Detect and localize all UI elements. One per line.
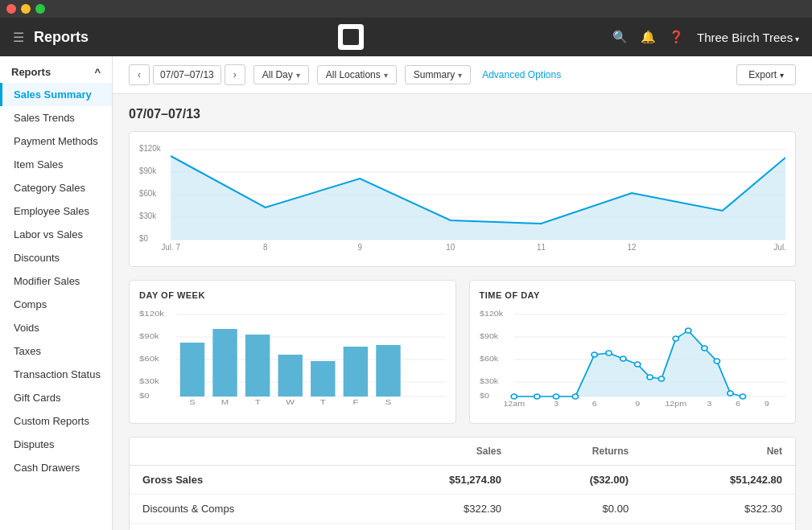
svg-text:9: 9 (764, 400, 769, 408)
table-row: Net Sales $50,952.50 ($0.00) $50,920.50 (130, 524, 795, 531)
svg-point-58 (605, 351, 611, 355)
svg-rect-33 (344, 347, 368, 396)
traffic-light-yellow[interactable] (21, 4, 31, 14)
svg-text:W: W (286, 398, 295, 406)
sidebar-item-transaction-status[interactable]: Transaction Status (0, 363, 112, 386)
sidebar-item-voids[interactable]: Voids (0, 316, 112, 339)
next-date-button[interactable]: › (225, 64, 245, 85)
svg-text:$90k: $90k (139, 166, 156, 175)
svg-text:3: 3 (554, 400, 559, 408)
sidebar: Reports ^ Sales Summary Sales Trends Pay… (0, 56, 113, 530)
sidebar-header-label: Reports (11, 66, 51, 78)
sidebar-item-labor-vs-sales[interactable]: Labor vs Sales (0, 223, 112, 246)
svg-text:$30k: $30k (480, 377, 498, 385)
svg-point-55 (553, 394, 559, 399)
svg-point-66 (714, 359, 719, 364)
bell-icon[interactable]: 🔔 (641, 30, 656, 44)
title-bar (0, 0, 812, 18)
svg-text:T: T (320, 398, 327, 406)
row-net: $322.30 (641, 495, 795, 524)
main-content: ‹ 07/07–07/13 › All Day All Locations Su… (113, 56, 812, 530)
sidebar-item-employee-sales[interactable]: Employee Sales (0, 199, 112, 223)
location-filter-dropdown[interactable]: All Locations (317, 65, 397, 84)
sidebar-item-payment-methods[interactable]: Payment Methods (0, 129, 112, 153)
search-icon[interactable]: 🔍 (612, 30, 628, 44)
svg-text:12am: 12am (503, 400, 525, 408)
svg-point-60 (634, 362, 640, 367)
svg-text:$90k: $90k (139, 332, 160, 340)
svg-point-62 (658, 376, 664, 381)
svg-text:S: S (385, 398, 392, 406)
svg-text:F: F (352, 398, 358, 406)
time-filter-dropdown[interactable]: All Day (253, 65, 309, 84)
sidebar-item-gift-cards[interactable]: Gift Cards (0, 386, 112, 409)
traffic-light-green[interactable] (35, 4, 45, 14)
svg-point-57 (591, 352, 597, 357)
svg-rect-30 (245, 335, 270, 396)
svg-rect-31 (278, 355, 302, 396)
svg-text:Jul. 7: Jul. 7 (161, 243, 179, 252)
export-button[interactable]: Export (736, 64, 796, 85)
col-header-net: Net (641, 438, 795, 466)
svg-text:$120k: $120k (139, 144, 161, 153)
tod-chart-label: TIME OF DAY (480, 290, 786, 300)
sidebar-item-disputes[interactable]: Disputes (0, 433, 112, 456)
svg-text:12pm: 12pm (665, 400, 686, 408)
svg-point-64 (685, 328, 690, 333)
traffic-light-red[interactable] (6, 4, 16, 14)
svg-text:S: S (189, 398, 196, 406)
menu-icon[interactable]: ☰ (13, 30, 24, 45)
row-sales: $50,952.50 (361, 524, 514, 531)
sidebar-item-sales-summary[interactable]: Sales Summary (0, 83, 112, 106)
tod-chart-svg: $120k $90k $60k $30k $0 (480, 306, 786, 411)
col-header-returns: Returns (514, 438, 641, 466)
svg-text:8: 8 (263, 243, 268, 252)
sidebar-item-cash-drawers[interactable]: Cash Drawers (0, 456, 112, 479)
svg-text:$30k: $30k (139, 212, 156, 220)
sidebar-item-item-sales[interactable]: Item Sales (0, 153, 112, 176)
help-icon[interactable]: ❓ (669, 30, 684, 44)
advanced-options-link[interactable]: Advanced Options (482, 69, 561, 80)
dow-chart: DAY OF WEEK $120k $90k $60k $30k $0 (129, 280, 456, 424)
toolbar: ‹ 07/07–07/13 › All Day All Locations Su… (113, 56, 812, 94)
row-returns: ($32.00) (514, 466, 641, 495)
svg-text:$30k: $30k (139, 377, 160, 385)
sidebar-item-taxes[interactable]: Taxes (0, 339, 112, 363)
square-logo (338, 24, 364, 50)
svg-text:$120k: $120k (139, 310, 165, 318)
date-heading: 07/07–07/13 (129, 107, 796, 121)
svg-text:12: 12 (628, 243, 637, 252)
svg-point-67 (727, 391, 732, 396)
dow-chart-svg: $120k $90k $60k $30k $0 (139, 306, 446, 411)
col-header-label (130, 438, 361, 466)
row-label: Gross Sales (130, 466, 361, 495)
sidebar-item-sales-trends[interactable]: Sales Trends (0, 106, 112, 129)
table-row: Gross Sales $51,274.80 ($32.00) $51,242.… (130, 466, 795, 495)
row-label: Net Sales (130, 524, 361, 531)
svg-text:M: M (221, 398, 229, 406)
account-name[interactable]: Three Birch Trees (697, 31, 799, 44)
prev-date-button[interactable]: ‹ (129, 64, 150, 85)
sidebar-item-custom-reports[interactable]: Custom Reports (0, 409, 112, 433)
svg-text:$0: $0 (139, 234, 148, 243)
svg-text:$120k: $120k (480, 310, 503, 318)
sidebar-item-category-sales[interactable]: Category Sales (0, 176, 112, 199)
chart-row: DAY OF WEEK $120k $90k $60k $30k $0 (129, 280, 796, 424)
sidebar-item-discounts[interactable]: Discounts (0, 246, 112, 269)
tod-chart: TIME OF DAY $120k $90k $60k $30k $0 (469, 280, 797, 424)
table-row: Discounts & Comps $322.30 $0.00 $322.30 (130, 495, 795, 524)
summary-filter-dropdown[interactable]: Summary (405, 65, 471, 84)
date-range: 07/07–07/13 (153, 65, 221, 84)
sidebar-item-modifier-sales[interactable]: Modifier Sales (0, 269, 112, 293)
svg-rect-29 (212, 329, 237, 396)
row-returns: ($0.00) (514, 524, 641, 531)
sidebar-header[interactable]: Reports ^ (0, 56, 112, 83)
svg-rect-32 (311, 361, 335, 396)
sidebar-item-comps[interactable]: Comps (0, 293, 112, 316)
svg-text:$60k: $60k (139, 189, 156, 198)
svg-marker-52 (513, 331, 785, 396)
svg-marker-10 (171, 156, 785, 240)
nav-title: Reports (34, 29, 89, 46)
svg-text:6: 6 (736, 400, 740, 408)
svg-point-59 (620, 356, 625, 361)
